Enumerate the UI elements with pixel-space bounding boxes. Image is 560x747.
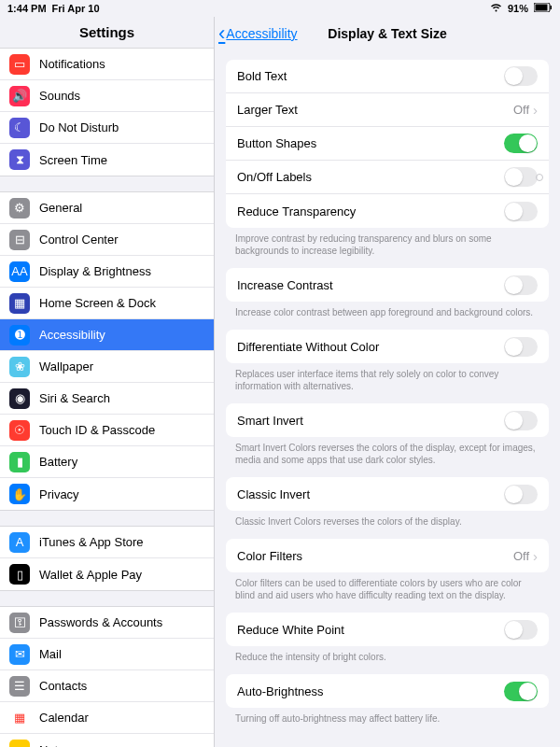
- sidebar-item-dnd[interactable]: ☾Do Not Disturb: [0, 112, 214, 144]
- section-footer: Reduce the intensity of bright colors.: [215, 646, 560, 665]
- sidebar-item-wallpaper[interactable]: ❀Wallpaper: [0, 351, 214, 383]
- main-panel: Accessibility Display & Text Size Bold T…: [215, 17, 560, 747]
- row-bold-text[interactable]: Bold Text: [226, 60, 549, 93]
- sidebar-item-label: Do Not Disturb: [39, 120, 119, 134]
- back-button[interactable]: Accessibility: [215, 21, 298, 46]
- nav-bar: Accessibility Display & Text Size: [215, 17, 560, 50]
- sidebar-item-battery[interactable]: ▮Battery: [0, 446, 214, 478]
- sidebar-item-controlcenter[interactable]: ⊟Control Center: [0, 224, 214, 256]
- sidebar-item-label: Wallet & Apple Pay: [39, 568, 142, 582]
- section-footer: Replaces user interface items that rely …: [215, 363, 560, 394]
- section-footer: Improve contrast by reducing transparenc…: [215, 228, 560, 259]
- mail-icon: ✉: [9, 644, 30, 665]
- dnd-icon: ☾: [9, 118, 30, 138]
- row-diff-without-color[interactable]: Differentiate Without Color: [226, 330, 549, 363]
- sidebar-item-label: General: [39, 201, 82, 215]
- sidebar: Settings ▭Notifications🔊Sounds☾Do Not Di…: [0, 17, 215, 747]
- status-date: Fri Apr 10: [52, 3, 100, 14]
- svg-rect-2: [551, 6, 553, 9]
- row-increase-contrast[interactable]: Increase Contrast: [226, 268, 549, 302]
- sidebar-item-homescreen[interactable]: ▦Home Screen & Dock: [0, 288, 214, 319]
- sidebar-item-label: Battery: [39, 455, 77, 469]
- row-auto-brightness[interactable]: Auto-Brightness: [226, 674, 549, 708]
- touchid-icon: ☉: [9, 420, 30, 441]
- section-footer: Color filters can be used to differentia…: [215, 572, 560, 603]
- sidebar-title: Settings: [0, 17, 214, 48]
- row-color-filters[interactable]: Color FiltersOff›: [226, 539, 549, 572]
- siri-icon: ◉: [9, 388, 30, 409]
- row-value: Off: [513, 549, 529, 563]
- sidebar-item-label: Screen Time: [39, 153, 107, 167]
- row-onoff-labels[interactable]: On/Off Labels: [226, 161, 549, 194]
- sidebar-item-touchid[interactable]: ☉Touch ID & Passcode: [0, 415, 214, 446]
- row-label: Differentiate Without Color: [237, 340, 504, 354]
- battery-percent: 91%: [508, 3, 528, 14]
- sidebar-item-general[interactable]: ⚙General: [0, 192, 214, 224]
- row-label: On/Off Labels: [237, 170, 504, 184]
- sidebar-item-label: Accessibility: [39, 328, 105, 342]
- homescreen-icon: ▦: [9, 293, 30, 314]
- row-label: Classic Invert: [237, 487, 504, 501]
- auto-brightness-switch[interactable]: [504, 682, 538, 701]
- button-shapes-switch[interactable]: [504, 134, 538, 153]
- row-label: Bold Text: [237, 69, 504, 83]
- sidebar-item-label: Home Screen & Dock: [39, 296, 156, 310]
- row-label: Reduce Transparency: [237, 204, 504, 218]
- sidebar-item-privacy[interactable]: ✋Privacy: [0, 478, 214, 510]
- sidebar-item-label: Siri & Search: [39, 391, 110, 405]
- sidebar-item-label: Mail: [39, 647, 62, 661]
- sidebar-item-label: Privacy: [39, 487, 79, 501]
- row-label: Color Filters: [237, 549, 513, 563]
- sidebar-item-notifications[interactable]: ▭Notifications: [0, 49, 214, 80]
- row-label: Larger Text: [237, 103, 513, 117]
- sidebar-item-contacts[interactable]: ☰Contacts: [0, 670, 214, 702]
- sidebar-item-label: Notifications: [39, 57, 105, 71]
- section-footer: Turning off auto-brightness may affect b…: [215, 708, 560, 726]
- chevron-icon: ›: [533, 548, 538, 564]
- sidebar-item-sounds[interactable]: 🔊Sounds: [0, 80, 214, 112]
- sidebar-item-calendar[interactable]: ▦Calendar: [0, 702, 214, 734]
- row-classic-invert[interactable]: Classic Invert: [226, 477, 549, 511]
- sidebar-item-label: iTunes & App Store: [39, 535, 144, 549]
- row-larger-text[interactable]: Larger TextOff›: [226, 93, 549, 127]
- reduce-white-point-switch[interactable]: [504, 620, 538, 640]
- sidebar-item-label: Passwords & Accounts: [39, 615, 162, 629]
- sidebar-item-accessibility[interactable]: ➊Accessibility: [0, 319, 214, 351]
- sidebar-item-label: Sounds: [39, 89, 80, 103]
- sounds-icon: 🔊: [9, 86, 30, 106]
- classic-invert-switch[interactable]: [504, 485, 538, 504]
- section-footer: Increase color contrast between app fore…: [215, 302, 560, 320]
- battery-icon: ▮: [9, 452, 30, 472]
- sidebar-item-wallet[interactable]: ▯Wallet & Apple Pay: [0, 558, 214, 590]
- onoff-labels-switch[interactable]: [504, 167, 538, 187]
- row-label: Smart Invert: [237, 414, 504, 428]
- row-reduce-white-point[interactable]: Reduce White Point: [226, 613, 549, 646]
- row-label: Increase Contrast: [237, 278, 504, 292]
- bold-text-switch[interactable]: [504, 66, 538, 86]
- sidebar-item-mail[interactable]: ✉Mail: [0, 639, 214, 670]
- sidebar-item-label: Display & Brightness: [39, 264, 151, 278]
- sidebar-item-passwords[interactable]: ⚿Passwords & Accounts: [0, 607, 214, 639]
- increase-contrast-switch[interactable]: [504, 275, 538, 295]
- sidebar-item-label: Wallpaper: [39, 359, 93, 374]
- row-button-shapes[interactable]: Button Shapes: [226, 127, 549, 161]
- diff-without-color-switch[interactable]: [504, 337, 538, 357]
- reduce-transparency-switch[interactable]: [504, 202, 538, 221]
- accessibility-icon: ➊: [9, 325, 30, 345]
- row-label: Button Shapes: [237, 136, 504, 150]
- sidebar-item-itunes[interactable]: AiTunes & App Store: [0, 527, 214, 558]
- sidebar-item-label: Notes: [39, 743, 71, 748]
- screentime-icon: ⧗: [9, 149, 30, 170]
- smart-invert-switch[interactable]: [504, 411, 538, 430]
- sidebar-item-siri[interactable]: ◉Siri & Search: [0, 383, 214, 415]
- row-label: Auto-Brightness: [237, 684, 504, 698]
- status-bar: 1:44 PM Fri Apr 10 91%: [0, 0, 560, 17]
- wallet-icon: ▯: [9, 564, 30, 585]
- sidebar-item-notes[interactable]: ≡Notes: [0, 734, 214, 747]
- row-smart-invert[interactable]: Smart Invert: [226, 403, 549, 437]
- general-icon: ⚙: [9, 198, 30, 218]
- sidebar-item-screentime[interactable]: ⧗Screen Time: [0, 144, 214, 176]
- status-time: 1:44 PM: [7, 3, 47, 14]
- sidebar-item-display[interactable]: AADisplay & Brightness: [0, 256, 214, 288]
- row-reduce-transparency[interactable]: Reduce Transparency: [226, 194, 549, 228]
